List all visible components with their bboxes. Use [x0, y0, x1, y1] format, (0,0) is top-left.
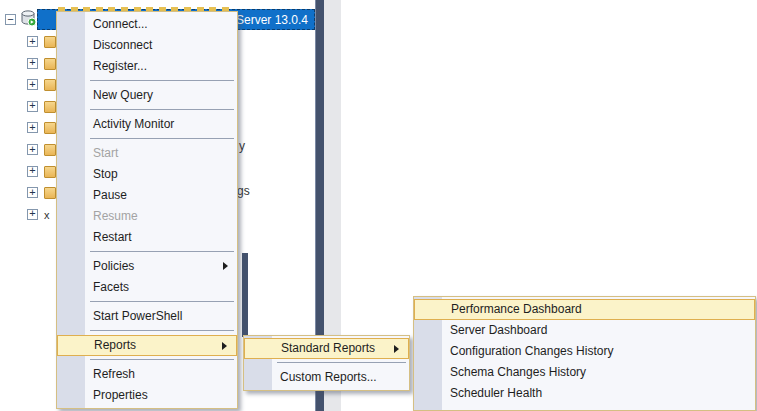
menu-item-policies[interactable]: Policies: [57, 256, 237, 277]
menu-item-label: Pause: [93, 188, 127, 202]
folder-icon-fragment: [44, 58, 56, 70]
menu-item-standard-reports[interactable]: Standard Reports: [244, 338, 409, 359]
expand-icon[interactable]: [27, 209, 38, 220]
menu-separator: [90, 301, 234, 302]
menu-item-schema-changes-history[interactable]: Schema Changes History: [414, 362, 755, 383]
menu-separator: [90, 109, 234, 110]
expand-icon[interactable]: [27, 166, 38, 177]
expand-icon[interactable]: [27, 79, 38, 90]
menu-item-label: Server Dashboard: [450, 323, 547, 337]
menu-item-start[interactable]: Start: [57, 143, 237, 164]
menu-item-activity-monitor[interactable]: Activity Monitor: [57, 114, 237, 135]
tree-label-fragment: x: [44, 209, 50, 221]
menu-item-label: Connect...: [93, 17, 148, 31]
menu-separator: [90, 359, 234, 360]
expand-icon[interactable]: [27, 187, 38, 198]
menu-separator: [90, 80, 234, 81]
panel-shadow-fragment: [242, 253, 248, 337]
menu-item-label: Custom Reports...: [280, 370, 377, 384]
submenu-arrow-icon: [222, 342, 227, 350]
ssms-window: Server 13.0.4 x y gs Connect...Disconnec…: [0, 0, 757, 411]
folder-icon-fragment: [44, 101, 56, 113]
menu-item-label: Properties: [93, 388, 148, 402]
server-context-menu: Connect...DisconnectRegister...New Query…: [56, 11, 238, 409]
menu-item-label: Register...: [93, 59, 147, 73]
menu-item-properties[interactable]: Properties: [57, 385, 237, 406]
expand-icon[interactable]: [27, 122, 38, 133]
menu-item-resume[interactable]: Resume: [57, 206, 237, 227]
menu-item-label: Start: [93, 146, 118, 160]
menu-item-label: Configuration Changes History: [450, 344, 613, 358]
menu-item-label: Stop: [93, 167, 118, 181]
expand-icon[interactable]: [27, 36, 38, 47]
menu-item-label: Schema Changes History: [450, 365, 586, 379]
menu-item-connect[interactable]: Connect...: [57, 14, 237, 35]
tree-label-fragment: gs: [237, 184, 250, 198]
expand-icon[interactable]: [27, 101, 38, 112]
folder-icon-fragment: [44, 187, 56, 199]
menu-item-label: Restart: [93, 230, 132, 244]
menu-item-label: Standard Reports: [281, 341, 375, 355]
folder-icon-fragment: [44, 36, 56, 48]
menu-separator: [90, 251, 234, 252]
menu-separator: [90, 138, 234, 139]
menu-separator: [90, 330, 234, 331]
menu-item-label: Facets: [93, 280, 129, 294]
server-database-icon: [19, 9, 37, 27]
reports-submenu: Standard ReportsCustom Reports...: [243, 335, 410, 391]
tree-label-fragment: y: [239, 139, 245, 153]
menu-item-label: Start PowerShell: [93, 309, 182, 323]
menu-item-pause[interactable]: Pause: [57, 185, 237, 206]
menu-item-configuration-changes-history[interactable]: Configuration Changes History: [414, 341, 755, 362]
menu-item-restart[interactable]: Restart: [57, 227, 237, 248]
folder-icon-fragment: [44, 166, 56, 178]
menu-item-refresh[interactable]: Refresh: [57, 364, 237, 385]
menu-item-facets[interactable]: Facets: [57, 277, 237, 298]
menu-item-label: Scheduler Health: [450, 386, 542, 400]
menu-item-stop[interactable]: Stop: [57, 164, 237, 185]
folder-icon-fragment: [44, 79, 56, 91]
menu-item-label: Reports: [94, 338, 136, 352]
menu-item-label: Refresh: [93, 367, 135, 381]
expand-icon[interactable]: [27, 144, 38, 155]
menu-separator: [277, 362, 406, 363]
folder-icon-fragment: [44, 122, 56, 134]
submenu-arrow-icon: [223, 262, 228, 270]
menu-item-label: Resume: [93, 209, 138, 223]
menu-item-reports[interactable]: Reports: [57, 335, 237, 356]
menu-item-server-dashboard[interactable]: Server Dashboard: [414, 320, 755, 341]
standard-reports-submenu: Performance DashboardServer DashboardCon…: [413, 296, 756, 411]
submenu-arrow-icon: [394, 345, 399, 353]
menu-item-label: New Query: [93, 88, 153, 102]
expand-icon[interactable]: [27, 58, 38, 69]
menu-item-label: Activity Monitor: [93, 117, 174, 131]
menu-item-label: Performance Dashboard: [451, 302, 582, 316]
menu-item-label: Disconnect: [93, 38, 152, 52]
folder-icon-fragment: [44, 144, 56, 156]
collapse-icon[interactable]: [5, 14, 16, 25]
menu-item-label: Policies: [93, 259, 134, 273]
server-node-label: Server 13.0.4: [236, 13, 308, 27]
menu-item-scheduler-health[interactable]: Scheduler Health: [414, 383, 755, 404]
menu-item-custom-reports[interactable]: Custom Reports...: [244, 367, 409, 388]
menu-item-new-query[interactable]: New Query: [57, 85, 237, 106]
menu-item-performance-dashboard[interactable]: Performance Dashboard: [414, 299, 755, 320]
menu-item-disconnect[interactable]: Disconnect: [57, 35, 237, 56]
menu-item-register[interactable]: Register...: [57, 56, 237, 77]
menu-item-start-powershell[interactable]: Start PowerShell: [57, 306, 237, 327]
